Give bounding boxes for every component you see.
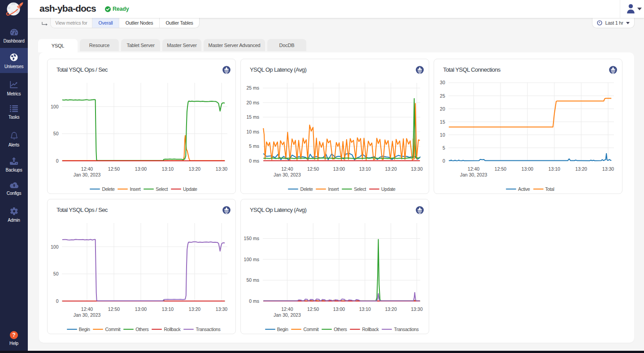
svg-text:13:20: 13:20 [189, 166, 200, 172]
svg-text:15 ms: 15 ms [246, 114, 259, 120]
svg-text:13:20: 13:20 [575, 166, 587, 172]
svg-text:20 ms: 20 ms [246, 100, 259, 105]
svg-text:Jan 30, 2023: Jan 30, 2023 [274, 172, 301, 177]
svg-text:12:40: 12:40 [468, 166, 479, 172]
svg-text:30: 30 [440, 80, 445, 85]
svg-text:13:10: 13:10 [162, 306, 174, 312]
svg-text:12:40: 12:40 [281, 306, 293, 312]
svg-text:Jan 30, 2023: Jan 30, 2023 [460, 172, 487, 177]
svg-text:13:00: 13:00 [333, 166, 345, 172]
svg-text:13:30: 13:30 [602, 166, 614, 172]
svg-text:12:50: 12:50 [307, 306, 319, 312]
svg-text:10 ms: 10 ms [246, 129, 259, 134]
svg-text:13:30: 13:30 [216, 306, 227, 312]
svg-text:12:50: 12:50 [495, 166, 506, 172]
svg-text:0: 0 [56, 158, 59, 164]
svg-text:13:00: 13:00 [522, 166, 533, 172]
svg-text:12:50: 12:50 [108, 306, 120, 312]
svg-text:150 ms: 150 ms [244, 236, 259, 241]
svg-text:13:00: 13:00 [135, 166, 147, 172]
svg-text:20: 20 [440, 106, 445, 112]
svg-text:0: 0 [56, 298, 59, 304]
svg-text:5 ms: 5 ms [249, 143, 259, 149]
svg-text:0 ms: 0 ms [249, 298, 259, 304]
svg-text:100: 100 [51, 244, 59, 250]
svg-text:Jan 30, 2023: Jan 30, 2023 [74, 312, 101, 318]
svg-text:13:30: 13:30 [411, 166, 422, 172]
svg-text:12:40: 12:40 [81, 306, 93, 312]
svg-text:Jan 30, 2023: Jan 30, 2023 [274, 312, 301, 318]
svg-text:12:40: 12:40 [81, 166, 93, 172]
svg-text:13:20: 13:20 [385, 166, 396, 172]
svg-text:13:20: 13:20 [385, 306, 396, 312]
svg-text:12:50: 12:50 [307, 166, 319, 172]
svg-text:12:50: 12:50 [108, 166, 120, 172]
svg-text:50: 50 [53, 271, 59, 276]
svg-text:13:10: 13:10 [359, 306, 371, 312]
svg-text:50: 50 [53, 131, 59, 136]
svg-text:13:10: 13:10 [548, 166, 560, 172]
svg-text:13:10: 13:10 [162, 166, 174, 172]
svg-text:100: 100 [51, 104, 59, 109]
svg-text:13:30: 13:30 [411, 306, 422, 312]
svg-text:15: 15 [440, 119, 445, 125]
svg-text:13:10: 13:10 [359, 166, 371, 172]
svg-text:13:20: 13:20 [189, 306, 200, 312]
svg-text:50 ms: 50 ms [246, 277, 259, 283]
svg-text:13:30: 13:30 [216, 166, 227, 172]
svg-text:100 ms: 100 ms [244, 257, 259, 262]
svg-text:25: 25 [440, 93, 445, 99]
svg-text:Jan 30, 2023: Jan 30, 2023 [74, 172, 101, 177]
svg-text:5: 5 [443, 145, 445, 151]
svg-text:13:00: 13:00 [333, 306, 345, 312]
svg-text:0 ms: 0 ms [249, 158, 259, 164]
svg-text:13:00: 13:00 [135, 306, 147, 312]
svg-text:12:40: 12:40 [281, 166, 293, 172]
svg-text:0: 0 [443, 158, 445, 164]
svg-text:25 ms: 25 ms [246, 85, 259, 90]
svg-text:10: 10 [440, 132, 445, 138]
